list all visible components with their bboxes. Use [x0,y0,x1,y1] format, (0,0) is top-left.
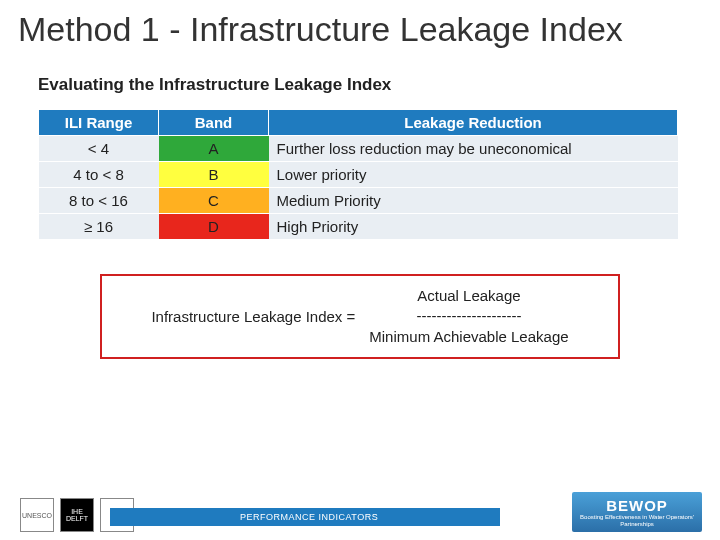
formula-divider: --------------------- [369,306,568,326]
cell-range: < 4 [39,136,159,162]
table-row: ≥ 16 D High Priority [39,214,678,240]
bewop-main: BEWOP [606,497,668,514]
cell-range: ≥ 16 [39,214,159,240]
formula-numerator: Actual Leakage [369,286,568,306]
cell-band: A [159,136,269,162]
table-row: 4 to < 8 B Lower priority [39,162,678,188]
unesco-logo: UNESCO [20,498,54,532]
cell-range: 8 to < 16 [39,188,159,214]
th-range: ILI Range [39,110,159,136]
page-title: Method 1 - Infrastructure Leakage Index [0,0,720,55]
ihe-logo: IHE DELFT [60,498,94,532]
cell-band: B [159,162,269,188]
cell-desc: Lower priority [269,162,678,188]
cell-desc: Medium Priority [269,188,678,214]
th-band: Band [159,110,269,136]
cell-desc: Further loss reduction may be uneconomic… [269,136,678,162]
cell-band: D [159,214,269,240]
formula-fraction: Actual Leakage --------------------- Min… [369,286,568,347]
th-desc: Leakage Reduction [269,110,678,136]
cell-band: C [159,188,269,214]
subtitle: Evaluating the Infrastructure Leakage In… [0,55,720,109]
bewop-sub: Boosting Effectiveness in Water Operator… [572,514,702,527]
bewop-logo: BEWOP Boosting Effectiveness in Water Op… [572,492,702,532]
formula-box: Infrastructure Leakage Index = Actual Le… [100,274,620,359]
table-row: 8 to < 16 C Medium Priority [39,188,678,214]
ili-table: ILI Range Band Leakage Reduction < 4 A F… [38,109,678,240]
cell-desc: High Priority [269,214,678,240]
footer-bar: PERFORMANCE INDICATORS [110,508,500,526]
formula-lhs: Infrastructure Leakage Index = [151,308,355,325]
footer: UNESCO IHE DELFT PERFORMANCE INDICATORS … [0,484,720,540]
footer-caption: PERFORMANCE INDICATORS [240,512,378,522]
table-row: < 4 A Further loss reduction may be unec… [39,136,678,162]
formula-denominator: Minimum Achievable Leakage [369,327,568,347]
cell-range: 4 to < 8 [39,162,159,188]
